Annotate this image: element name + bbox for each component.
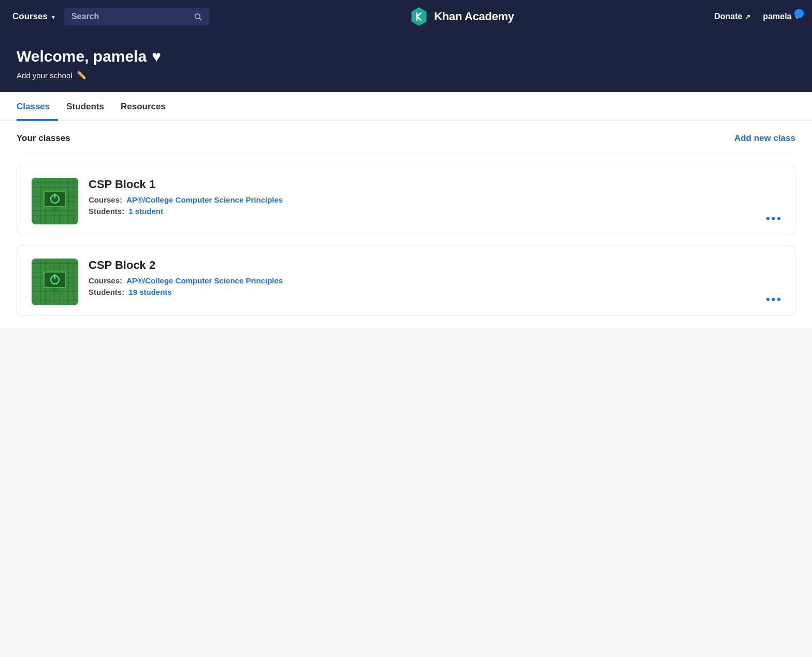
class-card-csp-block-2[interactable]: CSP Block 2 Courses: AP®/College Compute… [17,246,795,316]
ka-logo-icon [409,7,429,26]
classes-header: Your classes Add new class [17,133,795,152]
class-thumbnail-2 [32,259,78,305]
welcome-subtitle: Add your school ✏️ [17,70,795,80]
welcome-banner: Welcome, pamela ♥ Add your school ✏️ [0,33,812,92]
courses-label: Courses [12,11,48,22]
search-input[interactable] [71,12,190,21]
search-icon [194,12,202,21]
card-menu-button-2[interactable]: ••• [766,293,782,306]
tab-resources[interactable]: Resources [112,92,174,121]
notification-dot [794,9,804,18]
power-icon-2 [50,275,60,284]
courses-menu[interactable]: Courses ▼ [12,11,56,22]
welcome-title: Welcome, pamela ♥ [17,48,795,65]
user-menu[interactable]: pamela ♥ [763,12,800,21]
logo-text: Khan Academy [434,10,514,23]
class-thumbnail-1 [32,178,78,224]
main-nav: Courses ▼ Khan Academy Donate ↗ pamela ♥ [0,0,812,33]
nav-right: Donate ↗ pamela ♥ [714,12,800,21]
classes-list: CSP Block 1 Courses: AP®/College Compute… [17,165,795,316]
logo-link[interactable]: Khan Academy [218,7,706,26]
svg-line-1 [199,18,201,20]
pencil-icon: ✏️ [77,70,86,80]
power-icon [50,194,60,204]
class-courses-link-1[interactable]: AP®/College Computer Science Principles [126,195,283,204]
class-name-1: CSP Block 1 [89,178,780,191]
class-courses-1: Courses: AP®/College Computer Science Pr… [89,195,780,204]
main-content: Your classes Add new class [0,121,812,328]
class-courses-2: Courses: AP®/College Computer Science Pr… [89,276,780,285]
card-menu-button-1[interactable]: ••• [766,212,782,225]
class-courses-link-2[interactable]: AP®/College Computer Science Principles [126,276,283,285]
heart-decoration: ♥ [152,48,161,65]
class-students-link-1[interactable]: 1 student [128,207,163,216]
tab-students[interactable]: Students [58,92,112,121]
class-name-2: CSP Block 2 [89,259,780,272]
class-info-1: CSP Block 1 Courses: AP®/College Compute… [89,178,780,218]
classes-title: Your classes [17,133,70,144]
courses-chevron-icon: ▼ [51,15,56,20]
class-students-link-2[interactable]: 19 students [128,288,171,296]
search-bar[interactable] [64,8,209,25]
donate-button[interactable]: Donate ↗ [714,12,750,21]
tabs-bar: Classes Students Resources [0,92,812,121]
add-new-class-button[interactable]: Add new class [734,133,795,144]
class-students-1: Students: 1 student [89,207,780,216]
external-link-icon: ↗ [745,13,750,21]
class-info-2: CSP Block 2 Courses: AP®/College Compute… [89,259,780,299]
class-students-2: Students: 19 students [89,288,780,296]
add-school-link[interactable]: Add your school [17,71,72,80]
tab-classes[interactable]: Classes [17,92,58,121]
class-card-csp-block-1[interactable]: CSP Block 1 Courses: AP®/College Compute… [17,165,795,235]
